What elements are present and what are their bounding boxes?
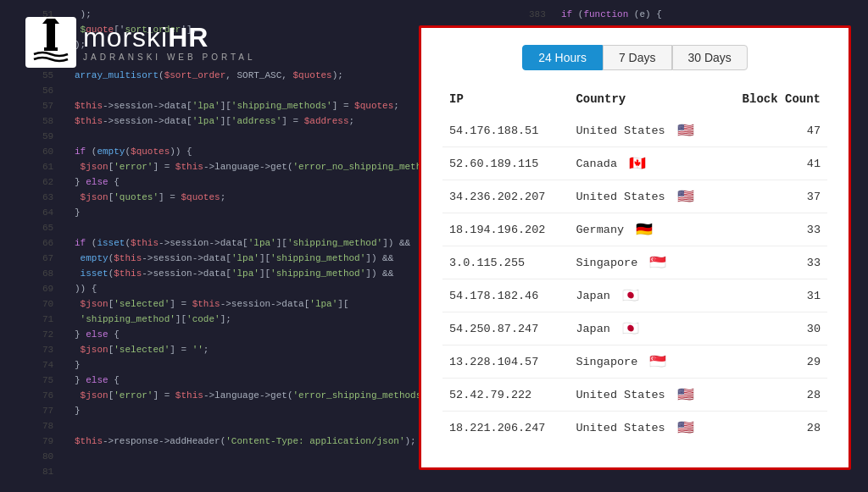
table-row: 18.194.196.202Germany 🇩🇪33 <box>442 213 827 246</box>
cell-country: Singapore 🇸🇬 <box>569 346 721 379</box>
cell-ip: 54.250.87.247 <box>442 312 569 346</box>
cell-block-count: 28 <box>721 412 827 445</box>
flag-icon: 🇸🇬 <box>649 254 666 271</box>
logo-area: morskiHR JADRANSKI WEB PORTAL <box>25 17 256 68</box>
svg-rect-3 <box>44 47 58 51</box>
col-header-ip: IP <box>442 87 569 114</box>
cell-ip: 18.221.206.247 <box>442 412 569 445</box>
flag-icon: 🇸🇬 <box>649 353 666 370</box>
flag-icon: 🇺🇸 <box>677 188 694 205</box>
flag-icon: 🇺🇸 <box>677 419 694 436</box>
cell-country: United States 🇺🇸 <box>569 379 721 412</box>
flag-icon: 🇩🇪 <box>636 221 653 238</box>
cell-ip: 34.236.202.207 <box>442 180 569 213</box>
cell-ip: 13.228.104.57 <box>442 346 569 379</box>
data-panel: 24 Hours 7 Days 30 Days IP Country Block… <box>419 25 851 470</box>
cell-block-count: 41 <box>721 147 827 180</box>
table-row: 52.42.79.222United States 🇺🇸28 <box>442 379 827 412</box>
cell-country: Canada 🇨🇦 <box>569 147 721 180</box>
cell-block-count: 29 <box>721 346 827 379</box>
flag-icon: 🇺🇸 <box>677 386 694 403</box>
cell-block-count: 30 <box>721 312 827 346</box>
flag-icon: 🇨🇦 <box>629 155 646 172</box>
cell-block-count: 28 <box>721 379 827 412</box>
cell-country: United States 🇺🇸 <box>569 114 721 147</box>
tab-7days[interactable]: 7 Days <box>603 45 672 70</box>
ip-block-table: IP Country Block Count 54.176.188.51Unit… <box>442 87 827 444</box>
cell-country: Japan 🇯🇵 <box>569 312 721 346</box>
flag-icon: 🇯🇵 <box>622 287 639 304</box>
col-header-block-count: Block Count <box>721 87 827 114</box>
table-row: 13.228.104.57Singapore 🇸🇬29 <box>442 346 827 379</box>
table-row: 54.178.182.46Japan 🇯🇵31 <box>442 279 827 312</box>
table-header-row: IP Country Block Count <box>442 87 827 114</box>
cell-country: United States 🇺🇸 <box>569 180 721 213</box>
table-row: 18.221.206.247United States 🇺🇸28 <box>442 412 827 445</box>
cell-country: Singapore 🇸🇬 <box>569 246 721 279</box>
table-row: 54.250.87.247Japan 🇯🇵30 <box>442 312 827 346</box>
logo-icon <box>25 17 76 68</box>
flag-icon: 🇺🇸 <box>677 122 694 139</box>
cell-ip: 54.176.188.51 <box>442 114 569 147</box>
cell-country: United States 🇺🇸 <box>569 412 721 445</box>
logo-text: morskiHR JADRANSKI WEB PORTAL <box>83 24 256 62</box>
cell-block-count: 31 <box>721 279 827 312</box>
cell-ip: 52.42.79.222 <box>442 379 569 412</box>
flag-icon: 🇯🇵 <box>622 320 639 337</box>
logo-subtitle: JADRANSKI WEB PORTAL <box>83 53 256 62</box>
tab-30days[interactable]: 30 Days <box>672 45 748 70</box>
logo-brand-name: morskiHR <box>83 24 256 51</box>
tab-24hours[interactable]: 24 Hours <box>522 45 603 70</box>
time-period-tabs: 24 Hours 7 Days 30 Days <box>442 45 827 70</box>
table-row: 34.236.202.207United States 🇺🇸37 <box>442 180 827 213</box>
cell-country: Germany 🇩🇪 <box>569 213 721 246</box>
cell-ip: 54.178.182.46 <box>442 279 569 312</box>
table-row: 54.176.188.51United States 🇺🇸47 <box>442 114 827 147</box>
cell-block-count: 37 <box>721 180 827 213</box>
cell-country: Japan 🇯🇵 <box>569 279 721 312</box>
cell-ip: 52.60.189.115 <box>442 147 569 180</box>
col-header-country: Country <box>569 87 721 114</box>
cell-block-count: 47 <box>721 114 827 147</box>
svg-rect-1 <box>47 24 55 47</box>
cell-ip: 18.194.196.202 <box>442 213 569 246</box>
table-row: 52.60.189.115Canada 🇨🇦41 <box>442 147 827 180</box>
table-row: 3.0.115.255Singapore 🇸🇬33 <box>442 246 827 279</box>
cell-block-count: 33 <box>721 213 827 246</box>
cell-block-count: 33 <box>721 246 827 279</box>
cell-ip: 3.0.115.255 <box>442 246 569 279</box>
